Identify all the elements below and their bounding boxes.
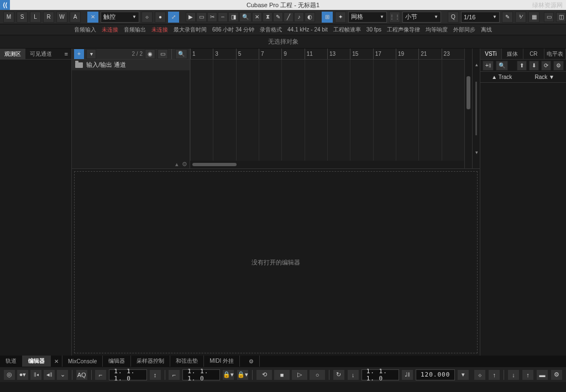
perf-icon[interactable]: ◎ [3,369,15,380]
tab-editor-bottom[interactable]: 编辑器 [23,356,51,367]
tab-midi[interactable]: MIDI 外挂 [204,356,240,367]
find-inst-icon[interactable]: 🔍 [496,61,508,71]
tab-editor2[interactable]: 编辑器 [103,356,131,367]
tempo-down-icon[interactable]: ▾ [457,369,469,380]
punch-icon[interactable]: ↕ [149,369,161,380]
timewarp-tool-icon[interactable]: ⧗ [263,12,272,22]
tab-media[interactable]: 媒体 [502,49,523,59]
lock1-icon[interactable]: 🔒▾ [222,369,234,380]
color-tool-icon[interactable]: ◐ [305,12,315,22]
tempo-icon[interactable]: ♩⦀ [401,369,413,380]
next-icon[interactable]: ⬇ [529,61,539,71]
folder-button[interactable]: ▭ [158,49,168,59]
event-grid[interactable] [190,60,464,161]
prev-icon[interactable]: ⬆ [517,61,527,71]
camera-icon[interactable]: ◉ [145,49,155,59]
position-display[interactable]: 1. 1. 1. 0 [361,369,399,380]
add-inst-icon[interactable]: +⦀ [483,61,494,71]
rec-mode-icon[interactable]: ●▾ [17,369,29,380]
expand-icon[interactable]: ⤢ [168,12,179,23]
grid-dropdown[interactable]: 网格▼ [348,12,387,23]
read-button[interactable]: R [43,12,54,23]
layout-1-icon[interactable]: ▭ [544,12,554,22]
click-icon[interactable]: ⟐ [474,369,486,380]
select-tool-icon[interactable]: ▭ [196,12,207,22]
track-up-icon[interactable]: ▴ [175,161,179,168]
midi-rec-icon[interactable]: ◂⦀ [43,369,55,380]
tab-vsti[interactable]: VSTi [480,49,502,59]
cycle-icon[interactable]: ↻ [333,369,345,380]
play-button[interactable]: ▷ [291,369,308,380]
close-tab-icon[interactable]: ✕ [51,356,62,367]
horizontal-scroll[interactable] [190,161,464,168]
track-gear-icon[interactable]: ⚙ [182,161,187,168]
mute-button[interactable]: M [3,12,14,23]
add-track-button[interactable]: + [74,49,84,59]
zoom-out-icon[interactable]: ▴ [474,62,479,67]
solo-button[interactable]: S [17,12,28,23]
quant-panel-icon[interactable]: ▦ [528,12,539,23]
cut-tool-icon[interactable]: ✂ [207,12,217,22]
glue-tool-icon[interactable]: ⎓ [218,12,228,22]
retro-rec-icon[interactable]: ⌄ [56,369,69,380]
track-column[interactable]: ▲ Track [480,74,523,80]
arrow-tool-icon[interactable]: ▶ [186,12,196,22]
state-button[interactable]: ● [155,12,166,23]
tab-observe[interactable]: 观测区 [0,49,25,59]
aq-button[interactable]: AQ [76,369,88,380]
listen-button[interactable]: L [30,12,41,23]
search-icon[interactable]: 🔍 [175,49,187,59]
snap-type-icon[interactable]: ✦ [335,12,346,23]
stop-button[interactable]: ■ [274,369,290,380]
tab-sampler[interactable]: 采样器控制 [131,356,170,367]
gear-icon[interactable]: ⚙ [553,61,564,71]
tab-cr[interactable]: CR [523,49,545,59]
erase-tool-icon[interactable]: ◨ [228,12,239,22]
vertical-scrollbar[interactable] [464,49,472,168]
right-locator-icon[interactable]: ⌐ [168,369,180,380]
left-locator-display[interactable]: 1. 1. 1. 0 [109,369,146,380]
out-activity-icon[interactable]: ↑ [522,369,534,380]
transport-gear-icon[interactable]: ⚙ [551,369,563,380]
mute-tool-icon[interactable]: ✕ [252,12,262,22]
equals-icon[interactable]: = [61,49,71,59]
layout-2-icon[interactable]: ◫ [556,12,566,22]
tab-chord[interactable]: 和弦击垫 [170,356,204,367]
autoscroll-icon[interactable]: ⟐ [142,12,153,23]
write-button[interactable]: W [56,12,67,23]
tab-mixconsole[interactable]: MixConsole [62,356,103,367]
record-button[interactable]: ○ [309,369,326,380]
right-locator-display[interactable]: 1. 1. 1. 0 [182,369,220,380]
play-tool-icon[interactable]: ♪ [294,12,304,22]
tab-track[interactable]: 轨道 [0,356,23,367]
zoom-in-icon[interactable]: ▾ [474,150,479,155]
in-activity-icon[interactable]: ↓ [507,369,520,380]
tabs-gear-icon[interactable]: ⚙ [243,356,260,367]
iterative-q-icon[interactable]: ✎ [502,12,513,23]
tab-meter[interactable]: 电平表 [544,49,566,59]
left-locator-icon[interactable]: ⌐ [95,369,107,380]
rack-column[interactable]: Rack ▼ [523,74,567,80]
snap-toggle-icon[interactable]: ⊞ [322,12,333,23]
touch-dropdown[interactable]: 触控▼ [101,12,139,23]
lock2-icon[interactable]: 🔒▾ [237,369,249,380]
crossfade-icon[interactable]: ✕ [87,12,98,23]
draw-tool-icon[interactable]: ✎ [273,12,283,22]
time-ruler[interactable]: 1 3 5 7 9 11 13 15 17 19 21 23 [190,49,464,60]
track-filter-icon[interactable]: ▾ [86,49,96,59]
quantize-dropdown[interactable]: 1/16▼ [461,12,500,23]
power-icon[interactable]: ⟳ [541,61,551,71]
tab-visible-channels[interactable]: 可见通道 [25,49,56,59]
line-tool-icon[interactable]: ╱ [284,12,294,22]
grid-mode-icon[interactable]: ⋮⋮ [389,12,400,23]
bar-dropdown[interactable]: 小节▼ [402,12,441,23]
quantize-icon[interactable]: Q [448,12,459,23]
time-icon[interactable]: ↓ [347,369,359,380]
automation-button[interactable]: A [70,12,81,23]
io-track-row[interactable]: 输入/输出 通道 [72,60,190,71]
audio-rec-icon[interactable]: ⦀◂ [30,369,42,380]
zoom-slider[interactable] [475,82,477,135]
zoom-tool-icon[interactable]: 🔍 [239,12,251,22]
precount-icon[interactable]: ↑ [488,369,500,380]
soft-q-icon[interactable]: ⅟ [515,12,526,23]
